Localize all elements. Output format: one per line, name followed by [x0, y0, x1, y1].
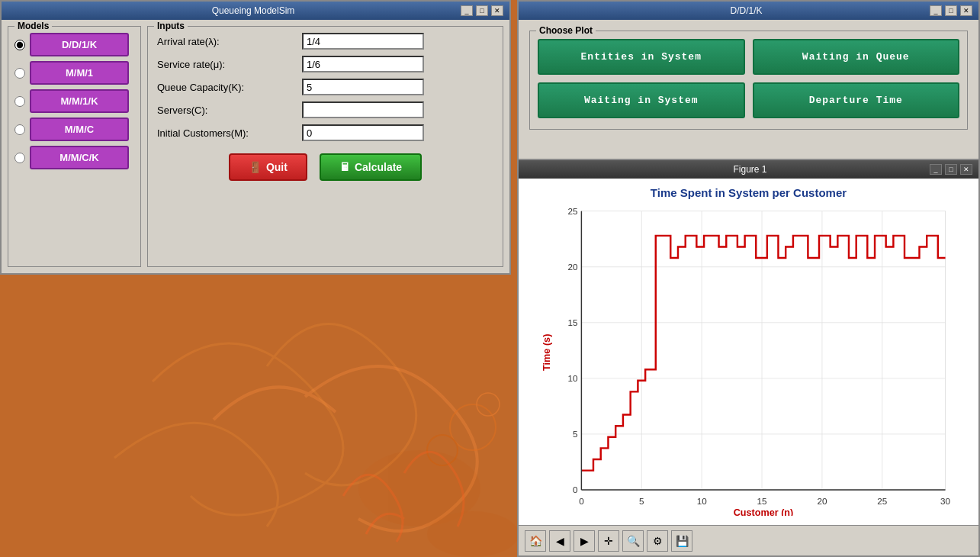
toolbar-forward-btn[interactable]: ▶ [574, 530, 595, 552]
queue-capacity-label: Queue Capacity(K): [157, 82, 302, 93]
close-btn[interactable]: ✕ [491, 5, 503, 16]
right-top-controls: _ □ ✕ [930, 5, 972, 16]
model-row-mm1k: M/M/1/K [14, 89, 134, 113]
fig-close-btn[interactable]: ✕ [960, 164, 972, 175]
svg-text:25: 25 [568, 206, 578, 216]
fig-maximize-btn[interactable]: □ [945, 164, 957, 175]
chart-container: 0 5 10 15 20 25 0 5 10 15 20 25 30 [526, 204, 971, 516]
service-rate-row: Service rate(μ): [157, 56, 493, 72]
choose-plot-legend: Choose Plot [536, 25, 596, 36]
svg-text:5: 5 [573, 429, 578, 439]
toolbar-save-btn[interactable]: 💾 [671, 530, 692, 552]
plot-buttons-grid: Entities in System Waiting in Queue Wait… [538, 39, 959, 118]
svg-text:Time (s): Time (s) [541, 334, 552, 371]
models-panel: Models D/D/1/K M/M/1 M/M/1/K M/M/C M/M/C… [8, 26, 141, 267]
model-btn-mm1k[interactable]: M/M/1/K [30, 89, 129, 113]
model-radio-dddk[interactable] [14, 40, 25, 50]
action-buttons: 🚪 Quit 🖩 Calculate [157, 153, 493, 181]
queue-capacity-input[interactable] [302, 79, 424, 95]
svg-point-5 [427, 511, 519, 557]
calculate-button[interactable]: 🖩 Calculate [320, 153, 422, 181]
svg-text:Customer (n): Customer (n) [734, 507, 794, 516]
figure-title: Figure 1 [733, 164, 766, 175]
initial-customers-row: Initial Customers(M): [157, 124, 493, 141]
right-top-titlebar: D/D/1/K _ □ ✕ [519, 2, 978, 20]
left-titlebar-controls: _ □ ✕ [461, 5, 503, 16]
model-radio-mmc[interactable] [14, 124, 25, 135]
figure-toolbar: 🏠 ◀ ▶ ✛ 🔍 ⚙ 💾 [519, 525, 978, 555]
chart-svg: 0 5 10 15 20 25 0 5 10 15 20 25 30 [526, 204, 971, 516]
svg-text:15: 15 [757, 496, 767, 506]
svg-rect-6 [581, 211, 945, 490]
fig-minimize-btn[interactable]: _ [930, 164, 942, 175]
plot-btn-departure[interactable]: Departure Time [753, 82, 960, 118]
toolbar-back-btn[interactable]: ◀ [549, 530, 570, 552]
model-radio-mm1[interactable] [14, 68, 25, 79]
queue-capacity-row: Queue Capacity(K): [157, 79, 493, 95]
inputs-panel: Inputs Arrival rate(λ): Service rate(μ):… [147, 26, 503, 267]
right-top-window: D/D/1/K _ □ ✕ Choose Plot Entities in Sy… [517, 0, 980, 160]
calc-icon: 🖩 [339, 161, 350, 173]
model-btn-dddk[interactable]: D/D/1/K [30, 33, 129, 56]
svg-point-4 [358, 450, 480, 526]
servers-row: Servers(C): [157, 101, 493, 118]
svg-point-3 [477, 393, 500, 416]
model-row-mmc: M/M/C [14, 118, 134, 141]
right-bottom-window: Figure 1 _ □ ✕ Time Spent in System per … [517, 159, 980, 557]
initial-customers-input[interactable] [302, 124, 424, 141]
quit-icon: 🚪 [249, 161, 262, 173]
model-btn-mmc[interactable]: M/M/C [30, 118, 129, 141]
arrival-rate-row: Arrival rate(λ): [157, 33, 493, 50]
svg-text:0: 0 [579, 496, 584, 506]
maximize-btn[interactable]: □ [476, 5, 488, 16]
model-radio-mmck[interactable] [14, 153, 25, 163]
svg-text:20: 20 [817, 496, 827, 506]
choose-plot-panel: Choose Plot Entities in System Waiting i… [529, 31, 968, 130]
arrival-rate-input[interactable] [302, 33, 424, 50]
servers-input[interactable] [302, 101, 424, 118]
rt-close-btn[interactable]: ✕ [960, 5, 972, 16]
quit-button[interactable]: 🚪 Quit [229, 153, 307, 181]
arrival-rate-label: Arrival rate(λ): [157, 36, 302, 47]
chart-title: Time Spent in System per Customer [526, 186, 971, 199]
svg-text:25: 25 [877, 496, 887, 506]
servers-label: Servers(C): [157, 105, 302, 116]
minimize-btn[interactable]: _ [461, 5, 473, 16]
model-row-mm1: M/M/1 [14, 61, 134, 85]
model-row-dddk: D/D/1/K [14, 33, 134, 56]
plot-btn-waiting-queue[interactable]: Waiting in Queue [753, 39, 960, 75]
svg-text:0: 0 [573, 485, 578, 494]
model-btn-mm1[interactable]: M/M/1 [30, 61, 129, 85]
toolbar-zoom-btn[interactable]: 🔍 [622, 530, 644, 552]
model-btn-mmck[interactable]: M/M/C/K [30, 146, 129, 169]
chart-area: Time Spent in System per Customer [519, 179, 978, 525]
quit-label: Quit [266, 161, 288, 173]
left-titlebar: Queueing ModelSim _ □ ✕ [2, 2, 509, 20]
model-row-mmck: M/M/C/K [14, 146, 134, 169]
models-legend: Models [14, 21, 52, 31]
svg-text:5: 5 [639, 496, 644, 506]
figure-controls: _ □ ✕ [930, 164, 972, 175]
model-radio-mm1k[interactable] [14, 96, 25, 107]
service-rate-input[interactable] [302, 56, 424, 72]
svg-point-1 [450, 404, 496, 450]
left-window: Queueing ModelSim _ □ ✕ Models D/D/1/K M… [0, 0, 511, 275]
right-top-title: D/D/1/K [563, 5, 930, 16]
plot-btn-waiting-system[interactable]: Waiting in System [538, 82, 745, 118]
calc-label: Calculate [355, 161, 402, 173]
plot-btn-entities[interactable]: Entities in System [538, 39, 745, 75]
toolbar-home-btn[interactable]: 🏠 [525, 530, 546, 552]
svg-text:15: 15 [568, 317, 578, 327]
toolbar-move-btn[interactable]: ✛ [598, 530, 619, 552]
rt-maximize-btn[interactable]: □ [945, 5, 957, 16]
svg-point-2 [427, 435, 458, 465]
svg-text:10: 10 [568, 373, 578, 383]
service-rate-label: Service rate(μ): [157, 59, 302, 70]
svg-text:30: 30 [940, 496, 950, 506]
figure-titlebar: Figure 1 _ □ ✕ [519, 160, 978, 179]
inputs-legend: Inputs [154, 21, 188, 31]
toolbar-settings-btn[interactable]: ⚙ [647, 530, 668, 552]
left-window-title: Queueing ModelSim [46, 5, 461, 16]
initial-customers-label: Initial Customers(M): [157, 127, 302, 139]
rt-minimize-btn[interactable]: _ [930, 5, 942, 16]
